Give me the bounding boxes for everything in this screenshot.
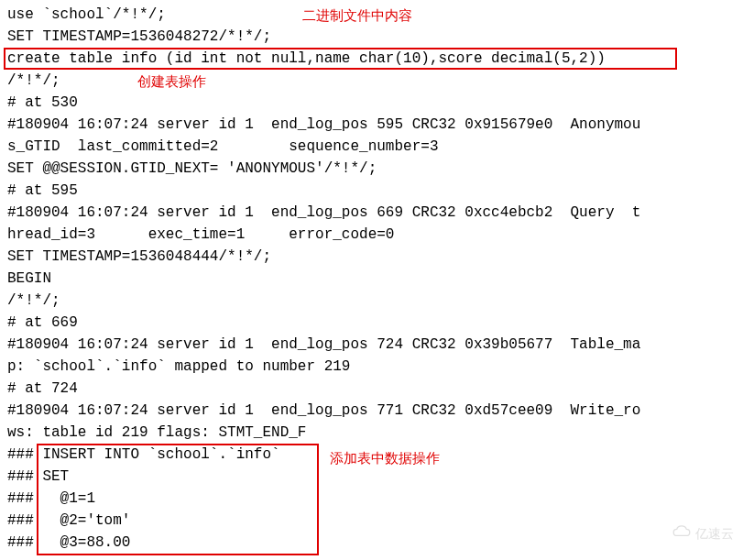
log-output: use `school`/*!*/; SET TIMESTAMP=1536048…: [7, 4, 736, 554]
log-line: SET TIMESTAMP=1536048444/*!*/;: [7, 246, 736, 268]
log-line: SET TIMESTAMP=1536048272/*!*/;: [7, 26, 736, 48]
annotation-binary-content: 二进制文件中内容: [302, 5, 412, 27]
log-line: ### @1=1: [7, 488, 736, 510]
log-line: # at 724: [7, 378, 736, 400]
log-line: hread_id=3 exec_time=1 error_code=0: [7, 224, 736, 246]
log-line: ### @2='tom': [7, 510, 736, 532]
log-line: p: `school`.`info` mapped to number 219: [7, 356, 736, 378]
log-line: ws: table id 219 flags: STMT_END_F: [7, 422, 736, 444]
log-line: #180904 16:07:24 server id 1 end_log_pos…: [7, 114, 736, 136]
annotation-create-table: 创建表操作: [137, 71, 206, 93]
log-line: # at 595: [7, 180, 736, 202]
log-line: #180904 16:07:24 server id 1 end_log_pos…: [7, 400, 736, 422]
log-line: BEGIN: [7, 268, 736, 290]
log-line: /*!*/;: [7, 70, 736, 92]
log-line: ### @3=88.00: [7, 532, 736, 554]
log-line: #180904 16:07:24 server id 1 end_log_pos…: [7, 202, 736, 224]
log-line: SET @@SESSION.GTID_NEXT= 'ANONYMOUS'/*!*…: [7, 158, 736, 180]
log-line: # at 669: [7, 312, 736, 334]
log-line: create table info (id int not null,name …: [7, 48, 736, 70]
watermark: 亿速云: [672, 524, 734, 544]
log-line: ### SET: [7, 466, 736, 488]
annotation-insert-data: 添加表中数据操作: [330, 448, 440, 469]
watermark-text: 亿速云: [695, 524, 734, 544]
cloud-icon: [672, 524, 692, 544]
log-line: /*!*/;: [7, 290, 736, 312]
log-line: #180904 16:07:24 server id 1 end_log_pos…: [7, 334, 736, 356]
log-line: s_GTID last_committed=2 sequence_number=…: [7, 136, 736, 158]
log-line: # at 530: [7, 92, 736, 114]
